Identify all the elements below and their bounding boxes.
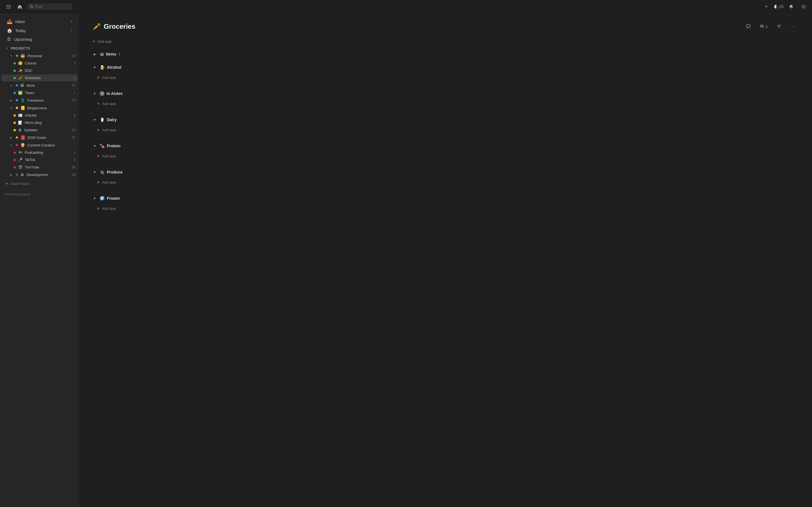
home-icon[interactable] bbox=[16, 3, 24, 11]
members-icon bbox=[760, 24, 764, 29]
dev-count: 18 bbox=[72, 173, 75, 177]
bloganueva-icon: 📒 bbox=[20, 106, 25, 110]
in-aisles-chevron-icon: ▼ bbox=[93, 91, 97, 96]
search-input[interactable] bbox=[35, 4, 69, 9]
bloganueva-dot bbox=[16, 107, 18, 109]
archived-label: Archived projects bbox=[4, 192, 31, 196]
add-project-label: Add Project bbox=[10, 182, 29, 186]
produce-add-task-btn[interactable]: + Add task bbox=[97, 178, 799, 186]
alcohol-icon: 🍺 bbox=[100, 65, 105, 69]
sidebar-item-edc[interactable]: ✨ EDC bbox=[1, 67, 78, 74]
in-aisles-label: In Aisles bbox=[107, 91, 123, 96]
sidebar-item-inbox[interactable]: 📥 Inbox 3 bbox=[2, 17, 77, 26]
dairy-add-task-btn[interactable]: + Add task bbox=[97, 126, 799, 134]
work-label: Work bbox=[27, 83, 70, 88]
bloganueva-label: Bloganueva bbox=[28, 106, 75, 110]
personal-chevron-icon: ▼ bbox=[9, 54, 13, 58]
alcohol-add-task-btn[interactable]: + Add task bbox=[97, 73, 799, 82]
sidebar-item-freelance[interactable]: ▶ 💲 Freelance 13 bbox=[1, 97, 78, 104]
add-project-btn[interactable]: + Add Project bbox=[1, 179, 78, 188]
sidebar-item-goals2020[interactable]: ▶ 📕 2020 Goals 31 bbox=[1, 134, 78, 141]
youtube-label: YouTube bbox=[25, 165, 70, 169]
chores-label: Chores bbox=[25, 61, 71, 65]
sidebar-item-podcasting[interactable]: 📟 Podcasting 2 bbox=[1, 149, 78, 156]
updates-icon: 🖥 bbox=[18, 128, 22, 132]
add-task-btn-top[interactable]: + Add task bbox=[93, 37, 799, 46]
alcohol-add-label: Add task bbox=[102, 75, 116, 80]
goals-chevron-icon: ▶ bbox=[9, 135, 13, 140]
sidebar-item-articles[interactable]: 📰 Articles 6 bbox=[1, 112, 78, 119]
sidebar-item-groceries[interactable]: 🥕 Groceries 1 bbox=[1, 74, 78, 81]
sidebar-item-updates[interactable]: 🖥 Updates 15 bbox=[1, 126, 78, 133]
section-in-aisles-header[interactable]: ▼ In Aisles ··· bbox=[93, 87, 799, 100]
svg-rect-1 bbox=[6, 6, 11, 7]
alcohol-add-plus-icon: + bbox=[97, 75, 100, 80]
sidebar-item-bloganueva[interactable]: ▼ 📒 Bloganueva bbox=[1, 104, 78, 112]
search-bar[interactable] bbox=[27, 3, 72, 10]
more-options-btn[interactable]: ··· bbox=[788, 22, 799, 31]
in-aisles-add-task-btn[interactable]: + Add task bbox=[97, 100, 799, 108]
add-icon[interactable]: + bbox=[762, 3, 770, 11]
notifications-icon[interactable] bbox=[787, 3, 795, 11]
sidebar-item-development[interactable]: ▶ 🖥 Development 18 bbox=[1, 171, 78, 178]
work-chevron-icon: ▼ bbox=[9, 83, 13, 88]
sidebar-item-youtube[interactable]: 🎬 YouTube 68 bbox=[1, 164, 78, 171]
protein-label: Protein bbox=[107, 144, 120, 148]
svg-point-7 bbox=[762, 25, 763, 26]
microblog-icon: 📝 bbox=[18, 121, 22, 125]
bloganueva-chevron-icon: ▼ bbox=[9, 106, 13, 110]
microblog-label: Micro.blog bbox=[25, 121, 75, 125]
frozen-body: + Add task bbox=[93, 204, 799, 217]
members-btn[interactable]: 2 bbox=[757, 23, 770, 30]
section-produce-header[interactable]: ▼ 🍇 Produce ··· bbox=[93, 166, 799, 178]
produce-chevron-icon: ▼ bbox=[93, 170, 97, 174]
section-alcohol-title: 🍺 Alcohol bbox=[100, 65, 790, 69]
sidebar-item-microblog[interactable]: 📝 Micro.blog bbox=[1, 119, 78, 126]
sidebar-item-tiktok[interactable]: 🎤 TikTok 9 bbox=[1, 156, 78, 163]
frozen-add-task-btn[interactable]: + Add task bbox=[97, 204, 799, 213]
section-items-header[interactable]: ▶ 🗂 Items 1 ··· bbox=[93, 48, 799, 60]
sidebar-item-personal[interactable]: ▼ 🤠 Personal 14 bbox=[1, 52, 78, 59]
topbar-right: + 🌗2/5 bbox=[762, 3, 808, 11]
groceries-dot bbox=[13, 77, 16, 79]
sidebar-item-today[interactable]: 🏠 Today 7 bbox=[2, 26, 77, 35]
menu-icon[interactable] bbox=[4, 3, 12, 11]
in-aisles-icon bbox=[100, 91, 104, 96]
inbox-icon: 📥 bbox=[7, 19, 12, 24]
sort-btn[interactable] bbox=[774, 23, 784, 30]
svg-point-3 bbox=[30, 5, 32, 7]
sidebar-item-tasks[interactable]: ✅ Tasks 1 bbox=[1, 89, 78, 96]
sidebar-item-work[interactable]: ▼ 🏛 Work 21 bbox=[1, 82, 78, 89]
items-icon: 🗂 bbox=[100, 52, 104, 56]
projects-section-header[interactable]: ▼ Projects bbox=[0, 44, 79, 52]
sidebar-item-upcoming[interactable]: 🗓 Upcoming bbox=[2, 35, 77, 44]
dev-chevron-icon: ▶ bbox=[9, 172, 13, 177]
today-count: 7 bbox=[70, 29, 72, 33]
theme-icon[interactable]: 🌗2/5 bbox=[775, 3, 783, 11]
dev-label: Development bbox=[27, 173, 70, 177]
section-protein-header[interactable]: ▼ 🍗 Protein ··· bbox=[93, 140, 799, 152]
content-label: Content Creation bbox=[28, 143, 75, 147]
projects-chevron-icon: ▼ bbox=[4, 46, 9, 51]
edc-dot bbox=[13, 69, 16, 72]
protein-body: + Add task bbox=[93, 152, 799, 165]
produce-label: Produce bbox=[107, 170, 123, 174]
sidebar-nav-label: Inbox bbox=[15, 19, 67, 24]
page-header: 🥕 Groceries 2 bbox=[93, 22, 799, 31]
settings-icon[interactable] bbox=[800, 3, 808, 11]
comment-btn[interactable] bbox=[743, 23, 753, 30]
tasks-count: 1 bbox=[73, 91, 75, 95]
section-frozen-header[interactable]: ▼ 🧊 Frozen ··· bbox=[93, 192, 799, 204]
sidebar-item-content-creation[interactable]: ▼ 🍿 Content Creation bbox=[1, 142, 78, 149]
section-dairy-header[interactable]: ▼ 🥛 Dairy ··· bbox=[93, 114, 799, 126]
section-alcohol-header[interactable]: ▼ 🍺 Alcohol ··· bbox=[93, 61, 799, 73]
protein-add-task-btn[interactable]: + Add task bbox=[97, 152, 799, 160]
dairy-label: Dairy bbox=[107, 117, 117, 122]
freelance-label: Freelance bbox=[28, 98, 70, 103]
alcohol-label: Alcohol bbox=[107, 65, 121, 69]
dev-dot bbox=[16, 173, 18, 176]
content-icon: 🍿 bbox=[20, 143, 25, 147]
sidebar-item-chores[interactable]: 😟 Chores 3 bbox=[1, 60, 78, 67]
podcasting-label: Podcasting bbox=[25, 151, 71, 155]
personal-count: 14 bbox=[72, 54, 75, 58]
